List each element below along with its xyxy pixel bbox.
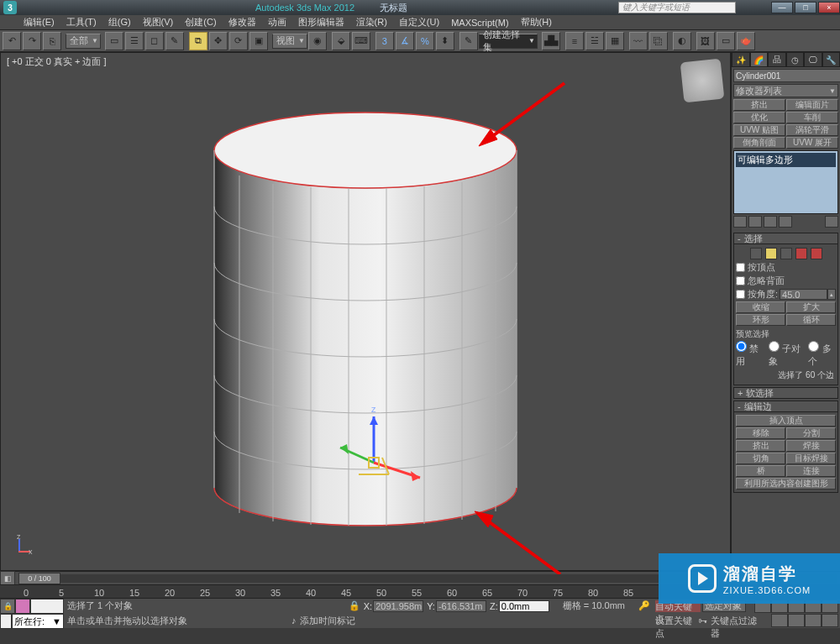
rollout-editedge-header[interactable]: -编辑边 (733, 401, 838, 412)
mod-stack-item[interactable]: 可编辑多边形 (736, 153, 836, 167)
preview-subobj-radio[interactable]: 子对象 (769, 341, 804, 368)
pivot-button[interactable]: ◉ (308, 32, 327, 50)
btn-editpatch[interactable]: 编辑面片 (786, 99, 838, 111)
btn-lathe[interactable]: 车削 (786, 112, 838, 123)
by-angle-checkbox[interactable] (736, 290, 745, 299)
so-polygon-icon[interactable] (795, 248, 807, 259)
menu-group[interactable]: 组(G) (108, 16, 131, 29)
menu-render[interactable]: 渲染(R) (356, 16, 387, 29)
menu-maxscript[interactable]: MAXScript(M) (451, 18, 508, 28)
nav-pan-button[interactable] (771, 614, 788, 627)
curve-editor-button[interactable]: 〰 (629, 32, 648, 50)
move-button[interactable]: ✥ (209, 32, 228, 50)
connect-button[interactable]: 连接 (786, 465, 836, 477)
menu-create[interactable]: 创建(C) (185, 16, 216, 29)
rollout-selection-header[interactable]: -选择 (733, 233, 838, 244)
nav-max-button[interactable] (822, 614, 838, 627)
rollout-softsel-header[interactable]: +软选择 (733, 387, 838, 399)
so-edge-icon[interactable] (765, 248, 777, 259)
viewcube[interactable] (680, 59, 725, 103)
so-vertex-icon[interactable] (750, 248, 762, 259)
scale-button[interactable]: ▣ (249, 32, 268, 50)
display-tab-icon[interactable]: 🖵 (804, 52, 822, 67)
so-border-icon[interactable] (780, 248, 792, 259)
menu-graph[interactable]: 图形编辑器 (298, 16, 344, 29)
preview-multi-radio[interactable]: 多个 (808, 341, 836, 368)
shrink-button[interactable]: 收缩 (736, 301, 785, 313)
viewport[interactable]: [ +0 正交 0 真实 + 边面 ] (0, 52, 731, 571)
show-end-icon[interactable] (748, 216, 762, 228)
btn-uvwmap[interactable]: UVW 贴图 (733, 124, 785, 136)
remove-mod-icon[interactable] (779, 216, 792, 228)
ring-button[interactable]: 环形 (736, 314, 785, 326)
render-setup-button[interactable]: 🖼 (696, 32, 715, 50)
insert-vertex-button[interactable]: 插入顶点 (736, 415, 836, 427)
chamfer-button[interactable]: 切角 (736, 453, 785, 464)
extrude-edge-button[interactable]: 挤出 (736, 440, 785, 452)
time-slider-thumb[interactable]: 0 / 100 (18, 573, 60, 584)
loop-button[interactable]: 循环 (786, 314, 836, 326)
menu-help[interactable]: 帮助(H) (521, 16, 552, 29)
align-button[interactable]: ≡ (565, 32, 584, 50)
minimize-button[interactable]: — (771, 2, 793, 13)
mini-listener-1[interactable] (30, 599, 64, 614)
coord-y[interactable]: -616.531m (436, 600, 486, 612)
btn-meshsmooth[interactable]: 倒角剖面 (733, 137, 785, 149)
target-weld-button[interactable]: 目标焊接 (786, 453, 836, 464)
add-time-tag[interactable]: 添加时间标记 (300, 615, 355, 627)
edit-selset-button[interactable]: ✎ (459, 32, 478, 50)
modify-tab-icon[interactable]: 🌈 (750, 52, 769, 67)
create-shape-button[interactable]: 利用所选内容创建图形 (736, 478, 836, 490)
object-name-input[interactable] (733, 69, 840, 82)
grow-button[interactable]: 扩大 (786, 301, 836, 313)
btn-uvwunwrap[interactable]: UVW 展开 (786, 137, 838, 149)
hierarchy-tab-icon[interactable]: 品 (768, 52, 786, 67)
schematic-button[interactable]: ⿻ (649, 32, 668, 50)
keyfilter-button[interactable]: 关键点过滤器 (711, 615, 763, 626)
menu-edit[interactable]: 编辑(E) (24, 16, 55, 29)
snap-button[interactable]: 3 (375, 32, 394, 50)
preview-disable-radio[interactable]: 禁用 (736, 341, 764, 368)
angle-snap-button[interactable]: ∡ (396, 32, 414, 50)
location-dropdown[interactable]: 所在行:▼ (12, 614, 64, 629)
angle-spinner[interactable]: 45.0 (780, 289, 827, 300)
bridge-button[interactable]: 桥 (736, 465, 785, 477)
modifier-stack[interactable]: 可编辑多边形 (733, 150, 838, 214)
nav-zoom-button[interactable] (788, 614, 805, 627)
rect-select-button[interactable]: ◻ (145, 32, 164, 50)
setkey-button[interactable]: 设置关键点 (655, 615, 695, 626)
ignore-backface-checkbox[interactable]: 忽略背面 (736, 275, 836, 287)
menu-customize[interactable]: 自定义(U) (399, 16, 439, 29)
link-button[interactable]: ⎘ (43, 32, 61, 50)
btn-extrude[interactable]: 挤出 (733, 99, 785, 111)
menu-animation[interactable]: 动画 (268, 16, 286, 29)
named-selset-dropdown[interactable]: 创建选择集▼ (479, 34, 538, 49)
filter-dropdown[interactable]: 全部▼ (66, 34, 101, 49)
undo-button[interactable]: ↶ (3, 32, 21, 50)
spinner-snap-button[interactable]: ⬍ (436, 32, 454, 50)
key-icon[interactable]: 🔑 (638, 600, 650, 611)
redo-button[interactable]: ↷ (23, 32, 41, 50)
pin-stack-icon[interactable] (733, 216, 747, 228)
key-big-icon[interactable]: 🗝 (698, 615, 707, 626)
remove-button[interactable]: 移除 (736, 427, 785, 439)
modifier-list-dropdown[interactable]: 修改器列表▼ (733, 84, 838, 97)
select-button[interactable]: ▭ (105, 32, 123, 50)
manip-button[interactable]: ⬙ (332, 32, 350, 50)
motion-tab-icon[interactable]: ◷ (786, 52, 805, 67)
window-crossing-button[interactable]: ⧉ (189, 32, 207, 50)
render-frame-button[interactable]: ▭ (717, 32, 735, 50)
by-vertex-checkbox[interactable]: 按顶点 (736, 261, 836, 274)
mirror-button[interactable]: ▟▙ (542, 32, 560, 50)
nav-orbit-button[interactable] (805, 614, 822, 627)
maximize-button[interactable]: □ (795, 2, 816, 13)
weld-button[interactable]: 焊接 (786, 440, 836, 452)
mini-listener-2[interactable] (0, 614, 12, 629)
btn-optimize[interactable]: 优化 (733, 112, 785, 123)
menu-view[interactable]: 视图(V) (143, 16, 174, 29)
render-button[interactable]: 🫖 (737, 32, 755, 50)
layers-button[interactable]: ☱ (585, 32, 604, 50)
utilities-tab-icon[interactable]: 🔧 (822, 52, 841, 67)
coord-z[interactable]: 0.0mm (499, 600, 549, 612)
rotate-button[interactable]: ⟳ (229, 32, 248, 50)
